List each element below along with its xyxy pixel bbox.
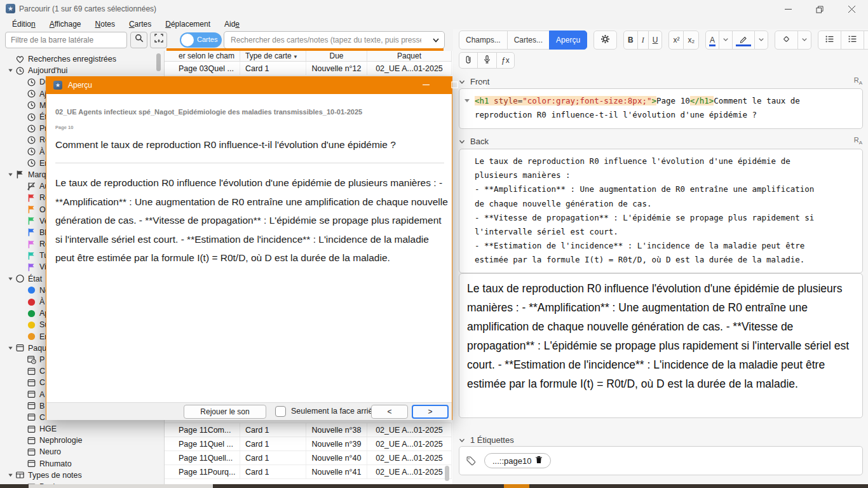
cell-02-ue-a-01-2025: 02_UE A...01-2025 [367,423,452,437]
align-button[interactable] [864,30,868,50]
preview-dialog-title: Aperçu [68,81,92,90]
cards-notes-toggle[interactable]: Cartes [180,32,222,48]
window-restore-button[interactable] [806,0,834,18]
table-top-rows: Page 03Quel ...Card 1Nouvelle n°1202_UE … [165,62,452,76]
caret-down-icon[interactable] [5,344,15,353]
sidebar-scrollbar-thumb[interactable] [156,53,161,71]
remove-format-dropdown[interactable] [797,30,811,50]
column-header-type-de-carte[interactable]: Type de carte ▼ [240,51,306,61]
menu-item-cartes[interactable]: Cartes [123,19,157,29]
cell-page-11quell: Page 11Quell... [165,451,240,464]
preview-minimize-button[interactable] [412,77,439,94]
subscript-button[interactable]: x₂ [683,30,699,50]
preview-maximize-button[interactable] [441,77,468,94]
cards-button[interactable]: Cartes... [507,30,550,50]
deck-icon [27,447,36,457]
replay-audio-button[interactable]: Rejouer le son [184,405,266,419]
menu-item-dition[interactable]: Édition [6,19,41,29]
sidebar-item-hge[interactable]: HGE [0,423,164,435]
eraser-icon [782,34,791,46]
previous-card-button[interactable]: < [371,405,408,419]
code-token: <h1 [475,96,494,105]
cell-02-ue-a-01-2025: 02_UE A...01-2025 [367,465,452,478]
sidebar-item-types-de-notes[interactable]: Types de notes [0,470,164,481]
plain-text-toggle-icon[interactable]: RA [854,76,862,86]
search-input[interactable] [231,32,421,48]
sidebar-item-aujourd-hui[interactable]: Aujourd'hui [0,65,164,76]
attach-button[interactable] [459,52,478,69]
front-field-editor[interactable]: <h1 style="color:gray;font-size:8px;">Pa… [459,88,863,129]
selection-mode-button[interactable] [150,32,167,48]
column-header-er-selon-le-cham[interactable]: er selon le cham [165,51,240,61]
ordered-list-button[interactable] [841,30,864,50]
tags-area[interactable]: ...::page10 [459,446,863,475]
sidebar-search-button[interactable] [130,32,147,48]
card-deck-header: 02_UE Agents infectieux spé_Nagot_Epidém… [55,108,443,116]
code-line: Le taux de reproduction R0 influence l'é… [475,154,858,168]
cell-card-1: Card 1 [240,465,306,478]
menu-item-affichage[interactable]: Affichage [44,19,87,29]
search-combobox[interactable] [224,31,445,49]
caret-down-icon[interactable] [5,66,15,75]
table-row[interactable]: Page 11Pourq...Card 1Nouvelle n°4102_UE … [165,465,452,479]
table-row[interactable]: Page 11Com...Card 1Nouvelle n°3802_UE A.… [165,423,452,437]
menu-item-notes[interactable]: Notes [90,19,121,29]
fields-button[interactable]: Champs... [459,30,508,50]
equation-button[interactable]: ƒx [496,52,515,69]
menu-item-d-placement[interactable]: Déplacement [159,19,216,29]
table-row[interactable]: Page 03Quel ...Card 1Nouvelle n°1202_UE … [165,62,452,76]
table-row[interactable]: Page 11Quell...Card 1Nouvelle n°4002_UE … [165,451,452,465]
preview-close-button[interactable] [470,77,496,94]
deck-icon [27,436,36,445]
sidebar-filter-input[interactable] [5,32,127,48]
toolbar-group [775,30,811,50]
bullet-list-button[interactable] [818,30,841,50]
search-dropdown-chevron[interactable] [431,36,440,46]
window-minimize-button[interactable] [774,0,802,18]
back-field-richtext-editor[interactable]: Le taux de reproduction R0 influence l'é… [459,273,863,418]
sidebar-item-recherches-enregistr-es[interactable]: Recherches enregistrées [0,53,164,65]
flag-icon [27,240,36,249]
window-close-button[interactable] [837,0,865,18]
text-color-dropdown[interactable] [719,30,733,50]
table-row[interactable]: Page 11Quel ...Card 1Nouvelle n°3902_UE … [165,437,452,451]
underline-button[interactable]: U [648,30,663,50]
next-card-button[interactable]: > [412,405,449,419]
preview-button[interactable]: Aperçu [549,30,587,50]
record-audio-button[interactable] [477,52,497,69]
text-color-button[interactable]: A [705,30,719,50]
collapse-tags-chevron[interactable] [459,435,465,445]
sidebar-item-rhumato[interactable]: Rhumato [0,458,164,470]
highlight-button[interactable] [732,30,755,50]
clock-icon [27,112,36,122]
sidebar-item-nephrologie[interactable]: Nephrologie [0,435,164,446]
dot-icon [27,297,36,307]
tag-delete-icon[interactable] [535,456,543,466]
sidebar-item-label: P [39,355,44,364]
highlight-dropdown[interactable] [754,30,768,50]
back-only-checkbox[interactable] [275,406,286,417]
column-header-paquet[interactable]: Paquet [367,51,452,61]
editor-panel: Champs...Cartes...AperçuBIUx²x₂A ƒx Fron… [453,29,868,484]
superscript-button[interactable]: x² [668,30,684,50]
menu-item-aide[interactable]: Aide [219,19,245,29]
column-header-due[interactable]: Due [306,51,367,61]
flag-icon [27,205,36,214]
deck-icon [27,367,36,376]
table-scrollbar-thumb[interactable] [445,466,449,481]
caret-down-icon[interactable] [5,274,15,283]
caret-down-icon[interactable] [5,471,15,480]
flag-icon [27,262,36,272]
sidebar-item-neuro[interactable]: Neuro [0,446,164,458]
bold-button[interactable]: B [623,30,638,50]
caret-down-icon[interactable] [5,170,15,179]
code-fold-arrow[interactable] [465,99,470,102]
plain-text-toggle-icon[interactable]: RA [854,136,862,146]
preview-dialog-titlebar[interactable]: ★ Aperçu [46,77,452,94]
tag-chip-page10[interactable]: ...::page10 [484,453,551,468]
italic-button[interactable]: I [637,30,649,50]
collapse-back-chevron[interactable] [459,137,465,146]
settings-button[interactable] [593,30,617,50]
back-field-code-editor[interactable]: Le taux de reproduction R0 influence l'é… [459,149,863,273]
remove-format-button[interactable] [775,30,798,50]
